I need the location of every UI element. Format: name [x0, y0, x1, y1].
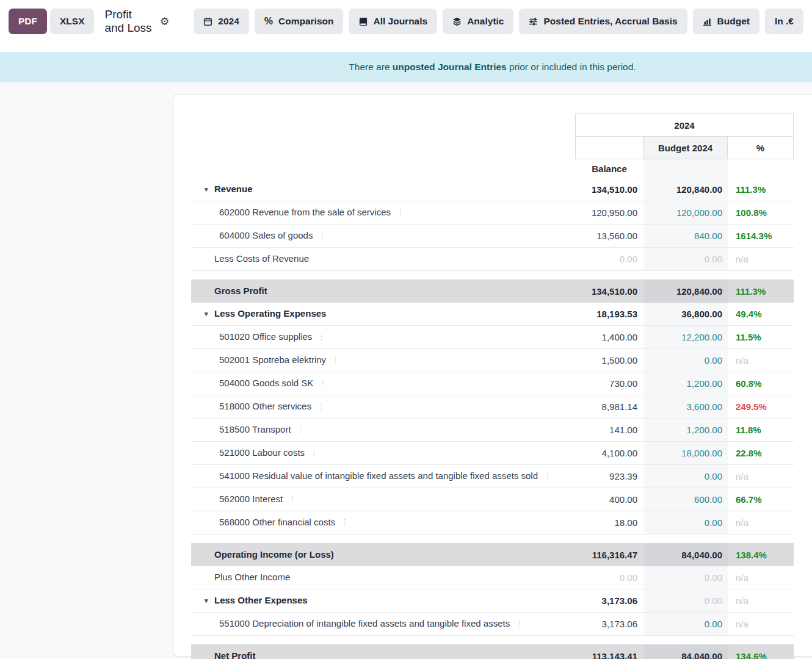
- unfold-caret-icon[interactable]: ▾: [205, 310, 208, 319]
- account-line: 541000 Residual value of intangible fixe…: [191, 465, 794, 488]
- line-label[interactable]: 568000 Other financial costs: [219, 517, 335, 528]
- budget-value[interactable]: 840.00: [643, 225, 728, 247]
- book-icon: [358, 17, 368, 26]
- kebab-menu-icon[interactable]: ⋮: [515, 619, 523, 628]
- percent-value: 111.3%: [728, 184, 794, 195]
- kebab-menu-icon[interactable]: ⋮: [396, 207, 404, 217]
- budget-column-band: [643, 159, 728, 178]
- kebab-menu-icon[interactable]: ⋮: [317, 332, 325, 342]
- budget-value[interactable]: 12,200.00: [643, 326, 728, 348]
- balance-value: 730.00: [575, 378, 643, 389]
- percent-value: n/a: [728, 572, 794, 583]
- calendar-icon: [203, 17, 212, 26]
- budget-value[interactable]: 600.00: [643, 488, 728, 511]
- account-line: 504000 Goods sold SK⋮730.001,200.0060.8%: [191, 372, 794, 395]
- filter-2024[interactable]: 2024: [194, 9, 248, 34]
- line-label[interactable]: 541000 Residual value of intangible fixe…: [219, 470, 538, 482]
- percent-value: 22.8%: [728, 448, 794, 458]
- percent-value: 1614.3%: [728, 231, 794, 241]
- account-line: 501020 Office supplies⋮1,400.0012,200.00…: [191, 326, 794, 349]
- line-label[interactable]: 521000 Labour costs: [219, 447, 305, 459]
- filter-all-journals[interactable]: All Journals: [349, 9, 437, 34]
- kebab-menu-icon[interactable]: ⋮: [317, 402, 325, 411]
- budget-value[interactable]: 0.00: [643, 613, 728, 635]
- balance-value: 116,316.47: [575, 550, 643, 560]
- line-label: Plus Other Income: [214, 572, 290, 583]
- filter-label: Analytic: [467, 16, 504, 27]
- pdf-export-button[interactable]: PDF: [9, 9, 47, 34]
- line-label-cell: 518000 Other services⋮: [191, 397, 575, 416]
- line-label[interactable]: 501020 Office supplies: [219, 331, 312, 343]
- percent-value: n/a: [728, 471, 794, 481]
- line-label-cell: ▾Less Other Expenses: [191, 591, 575, 610]
- unfold-caret-icon[interactable]: ▾: [205, 597, 208, 605]
- line-label[interactable]: 602000 Revenue from the sale of services: [219, 207, 391, 218]
- balance-value: 113,143.41: [575, 651, 643, 659]
- line-label[interactable]: 518000 Other services: [219, 401, 311, 412]
- filter-label: Posted Entries, Accrual Basis: [543, 16, 677, 27]
- layers-icon: [452, 17, 462, 26]
- plain-line: Plus Other Income0.000.00n/a: [191, 566, 794, 589]
- table-header-columns-row: Budget 2024 %: [191, 137, 794, 159]
- line-label-cell: 551000 Depreciation of intangible fixed …: [191, 614, 575, 633]
- filter-comparison[interactable]: %Comparison: [255, 9, 344, 34]
- line-label[interactable]: 518500 Transport: [219, 424, 291, 436]
- line-label[interactable]: Less Other Expenses: [214, 595, 308, 607]
- line-label[interactable]: 562000 Interest: [219, 494, 283, 505]
- kebab-menu-icon[interactable]: ⋮: [341, 517, 349, 527]
- budget-value[interactable]: 0.00: [643, 349, 728, 372]
- kebab-menu-icon[interactable]: ⋮: [288, 494, 296, 504]
- line-label[interactable]: Less Operating Expenses: [214, 308, 326, 320]
- report-card: 2024 Budget 2024 % Balance ▾Revenue134,5…: [173, 95, 812, 657]
- section-line: ▾Less Operating Expenses18,193.5336,800.…: [191, 303, 794, 326]
- account-line: 562000 Interest⋮400.00600.0066.7%: [191, 488, 794, 511]
- line-label-cell: Less Costs of Revenue: [191, 250, 575, 268]
- settings-gear-icon[interactable]: ⚙: [160, 16, 169, 27]
- line-label[interactable]: 604000 Sales of goods: [219, 230, 313, 242]
- account-line: 518500 Transport⋮141.001,200.0011.8%: [191, 419, 794, 442]
- budget-value[interactable]: 0.00: [643, 465, 728, 488]
- percent-header-cell: %: [727, 136, 794, 159]
- budget-value[interactable]: 120,000.00: [643, 201, 728, 224]
- kebab-menu-icon[interactable]: ⋮: [543, 471, 551, 481]
- budget-value[interactable]: 3,600.00: [643, 395, 728, 418]
- toolbar: PDF XLSX Profit and Loss ⚙ 2024%Comparis…: [0, 0, 812, 34]
- line-label[interactable]: 504000 Goods sold SK: [219, 378, 313, 389]
- kebab-menu-icon[interactable]: ⋮: [310, 448, 318, 458]
- account-line: 568000 Other financial costs⋮18.000.00n/…: [191, 511, 794, 535]
- unfold-caret-icon[interactable]: ▾: [205, 185, 208, 194]
- line-label[interactable]: 502001 Spotreba elektriny: [219, 355, 326, 366]
- kebab-menu-icon[interactable]: ⋮: [318, 231, 326, 240]
- line-label[interactable]: 551000 Depreciation of intangible fixed …: [219, 618, 510, 630]
- filter-budget[interactable]: Budget: [693, 9, 759, 34]
- filter-posted-entries-accrual-basis[interactable]: Posted Entries, Accrual Basis: [519, 9, 687, 34]
- budget-value: 0.00: [643, 566, 728, 589]
- percent-value: 11.5%: [728, 332, 794, 342]
- line-label-cell: 521000 Labour costs⋮: [191, 444, 575, 463]
- filter-in-€[interactable]: In .€: [765, 9, 803, 34]
- budget-value: 120,840.00: [643, 178, 728, 201]
- total-line: Operating Income (or Loss)116,316.4784,0…: [191, 543, 794, 566]
- budget-value: 36,800.00: [643, 303, 728, 325]
- balance-value: 8,981.14: [575, 402, 643, 412]
- budget-value[interactable]: 1,200.00: [643, 372, 728, 395]
- line-label: Operating Income (or Loss): [214, 549, 334, 561]
- kebab-menu-icon[interactable]: ⋮: [319, 378, 327, 388]
- line-label[interactable]: Revenue: [214, 184, 253, 195]
- kebab-menu-icon[interactable]: ⋮: [332, 355, 339, 365]
- budget-value: 0.00: [643, 589, 728, 612]
- percent-value: 111.3%: [728, 286, 794, 297]
- total-line: Gross Profit134,510.00120,840.00111.3%: [191, 279, 794, 303]
- line-label-cell: Gross Profit: [191, 282, 575, 301]
- kebab-menu-icon[interactable]: ⋮: [297, 425, 305, 434]
- line-label: Gross Profit: [214, 286, 267, 297]
- budget-value[interactable]: 18,000.00: [643, 442, 728, 464]
- budget-value[interactable]: 1,200.00: [643, 419, 728, 441]
- line-label-cell: Operating Income (or Loss): [191, 546, 575, 564]
- banner-text[interactable]: There are unposted Journal Entries prior…: [349, 62, 636, 73]
- budget-value: 84,040.00: [643, 543, 728, 566]
- xlsx-export-button[interactable]: XLSX: [50, 9, 94, 34]
- balance-value: 1,400.00: [575, 332, 643, 342]
- budget-value[interactable]: 0.00: [643, 511, 728, 534]
- filter-analytic[interactable]: Analytic: [443, 9, 513, 34]
